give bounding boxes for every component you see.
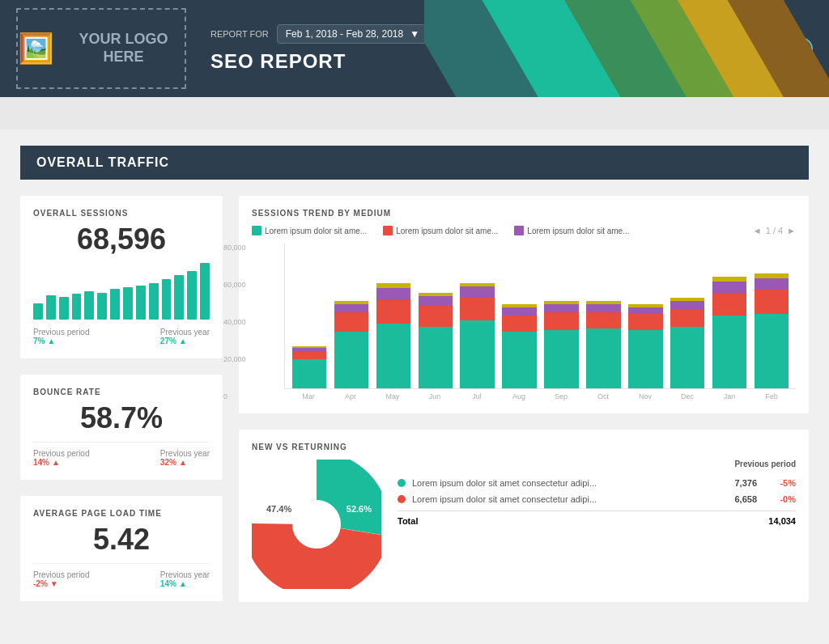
- bar-group-oct: [583, 244, 623, 388]
- x-aug: Aug: [499, 392, 539, 400]
- legend-nav: ◄ 1 / 4 ►: [753, 226, 796, 235]
- new-vs-returning-card: NEW VS RETURNING 47.4% 52.6%: [239, 430, 809, 602]
- page-indicator: 1 / 4: [766, 226, 783, 235]
- sessions-footer: Previous period 7% ▲ Previous year 27% ▲: [33, 328, 210, 345]
- nvr-desc-2: Lorem ipsum dolor sit amet consectetur a…: [412, 494, 710, 504]
- edit-button[interactable]: EDIT ✏: [742, 37, 813, 61]
- right-col: SESSIONS TREND BY MEDIUM Lorem ipsum dol…: [239, 196, 809, 602]
- bar-3: [59, 297, 69, 320]
- load-prev-year-val: 14% ▲: [160, 579, 210, 588]
- sessions-prev-period-val: 7% ▲: [33, 337, 89, 345]
- report-for-label: REPORT FOR: [210, 29, 269, 39]
- pie-chart: 47.4% 52.6%: [252, 460, 381, 589]
- page-header: 🖼️ YOUR LOGO HERE REPORT FOR Feb 1, 2018…: [0, 0, 829, 97]
- bounce-prev-period: Previous period 14% ▲: [33, 449, 89, 467]
- check-icon[interactable]: ✓: [704, 40, 716, 57]
- bounce-rate-label: BOUNCE RATE: [33, 388, 210, 396]
- x-may: May: [372, 392, 413, 400]
- seg-red-mar: [292, 351, 326, 359]
- bounce-prev-year: Previous year 32% ▲: [160, 449, 210, 467]
- x-jul: Jul: [457, 392, 497, 400]
- legend-label-1: Lorem ipsum dolor sit ame...: [265, 227, 367, 235]
- y-label-2: 60,000: [223, 281, 246, 289]
- bar-13: [187, 271, 197, 320]
- legend-dot-1: [252, 226, 261, 235]
- nvr-val-2: 6,658: [716, 494, 757, 504]
- x-feb: Feb: [751, 392, 792, 400]
- pie-teal-label: 52.6%: [346, 504, 372, 514]
- pie-svg: [252, 460, 381, 589]
- arrow-down-icon: ▼: [50, 579, 58, 588]
- y-label-3: 40,000: [223, 318, 246, 326]
- avg-page-load-card: AVERAGE PAGE LOAD TIME 5.42 Previous per…: [20, 496, 223, 601]
- legend-dot-3: [514, 226, 524, 235]
- date-range: Feb 1, 2018 - Feb 28, 2018: [286, 28, 403, 40]
- y-label-5: 0: [223, 392, 246, 400]
- bar-4: [72, 294, 82, 320]
- avg-page-load-value: 5.42: [33, 523, 210, 557]
- x-jun: Jun: [414, 392, 455, 400]
- sessions-prev-year: Previous year 27% ▲: [160, 328, 210, 345]
- next-page-icon[interactable]: ►: [787, 226, 796, 235]
- nvr-total-row: Total 14,034: [397, 511, 796, 526]
- bar-group-feb: [751, 244, 792, 388]
- bar-group-may: [373, 244, 414, 388]
- bar-2: [46, 295, 56, 320]
- sessions-trend-title: SESSIONS TREND BY MEDIUM: [252, 209, 796, 218]
- x-oct: Oct: [583, 392, 623, 400]
- sessions-trend-card: SESSIONS TREND BY MEDIUM Lorem ipsum dol…: [239, 196, 809, 413]
- overall-sessions-label: OVERALL SESSIONS: [33, 209, 210, 218]
- logo-icon: 🖼️: [18, 32, 54, 66]
- bounce-rate-value: 58.7%: [33, 401, 210, 435]
- bar-group-apr: [331, 244, 372, 388]
- nvr-val-1: 7,376: [716, 478, 757, 488]
- load-prev-period-label: Previous period: [33, 570, 89, 579]
- arrow-up-icon: ▲: [47, 337, 55, 345]
- bar-14: [200, 263, 210, 320]
- main-content: OVERALL TRAFFIC OVERALL SESSIONS 68,596: [0, 129, 829, 618]
- bar-group-mar: [289, 244, 329, 388]
- sessions-prev-year-label: Previous year: [160, 328, 210, 337]
- nvr-dot-2: [397, 495, 406, 503]
- bar-1: [33, 303, 43, 320]
- logo-text: YOUR LOGO HERE: [62, 31, 185, 66]
- nvr-title: NEW VS RETURNING: [252, 443, 796, 451]
- bounce-rate-card: BOUNCE RATE 58.7% Previous period 14% ▲ …: [20, 375, 223, 480]
- x-mar: Mar: [288, 392, 329, 400]
- load-prev-period-val: -2% ▼: [33, 579, 89, 588]
- nvr-row-2: Lorem ipsum dolor sit amet consectetur a…: [397, 494, 796, 504]
- chevron-down-icon: ▼: [410, 28, 419, 40]
- legend-dot-2: [383, 226, 393, 235]
- overall-sessions-value: 68,596: [33, 222, 210, 256]
- header-mid: REPORT FOR Feb 1, 2018 - Feb 28, 2018 ▼ …: [186, 24, 650, 73]
- x-apr: Apr: [330, 392, 371, 400]
- pie-red-label: 47.4%: [266, 504, 291, 514]
- bar-7: [110, 289, 120, 320]
- bar-group-jun: [415, 244, 456, 388]
- nvr-layout: 47.4% 52.6% Previous period Lorem ipsum …: [252, 460, 796, 589]
- bar-6: [97, 293, 107, 320]
- load-footer: Previous period -2% ▼ Previous year 14% …: [33, 570, 210, 588]
- bounce-prev-period-val: 14% ▲: [33, 458, 89, 467]
- sessions-prev-year-val: 27% ▲: [160, 337, 210, 345]
- prev-page-icon[interactable]: ◄: [753, 226, 762, 235]
- legend-label-3: Lorem ipsum dolor sit ame...: [527, 227, 629, 235]
- bounce-prev-year-val: 32% ▲: [160, 458, 210, 467]
- arrow-up-icon-4: ▲: [179, 458, 187, 467]
- bounce-prev-year-label: Previous year: [160, 449, 210, 458]
- bar-group-nov: [625, 244, 665, 388]
- date-selector[interactable]: Feb 1, 2018 - Feb 28, 2018 ▼: [277, 24, 428, 44]
- mail-icon[interactable]: ✉: [680, 40, 692, 57]
- load-prev-period: Previous period -2% ▼: [33, 570, 89, 588]
- section-title: OVERALL TRAFFIC: [36, 155, 169, 169]
- nvr-total-value: 14,034: [768, 516, 796, 526]
- y-label-1: 80,000: [223, 244, 246, 252]
- sessions-prev-period-label: Previous period: [33, 328, 89, 337]
- left-col: OVERALL SESSIONS 68,596: [20, 196, 223, 602]
- header-actions: 📄 ✉ ✓ EDIT ✏: [650, 36, 813, 61]
- legend-item-2: Lorem ipsum dolor sit ame...: [383, 226, 498, 235]
- bar-group-sep: [542, 244, 582, 388]
- pdf-icon[interactable]: 📄: [650, 40, 668, 57]
- x-dec: Dec: [667, 392, 708, 400]
- nvr-row-1: Lorem ipsum dolor sit amet consectetur a…: [397, 478, 796, 488]
